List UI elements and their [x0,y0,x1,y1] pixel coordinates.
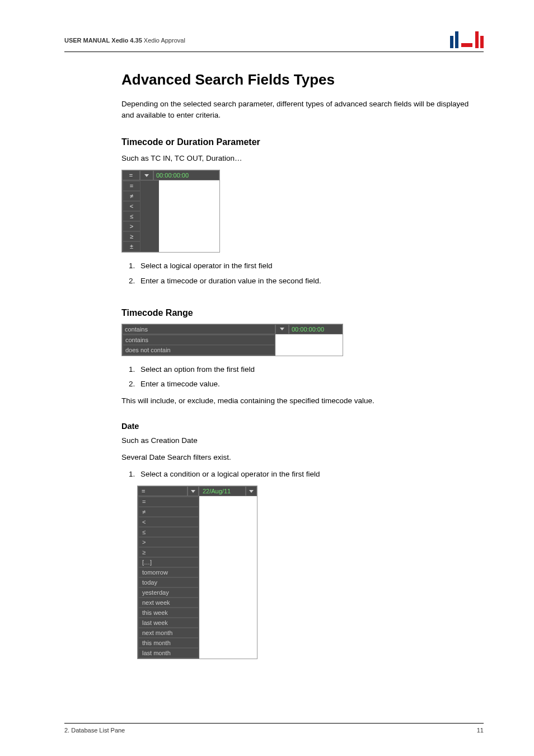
page-header: USER MANUAL Xedio 4.35 Xedio Approval [64,30,484,52]
date-option[interactable]: ≤ [138,527,199,537]
footer-section: 2. Database List Pane [64,727,125,734]
date-option[interactable]: ≥ [138,547,199,557]
chevron-down-icon [280,328,284,330]
range-dropdown-caret[interactable] [275,324,289,334]
list-item: Select a condition or a logical operator… [137,469,472,480]
svg-rect-1 [455,31,458,48]
operator-option[interactable]: < [123,201,140,211]
screenshot-timecode-range: contains 00:00:00:00 contains does not c… [121,324,343,356]
operator-option[interactable]: > [123,221,140,231]
chevron-down-icon [191,490,195,493]
date-option[interactable]: last month [138,648,199,658]
section-date-title: Date [121,422,472,431]
range-timecode-input[interactable]: 00:00:00:00 [289,324,343,334]
section3-lead2: Several Date Search filters exist. [121,452,472,463]
date-options-list: = ≠ < ≤ > ≥ […] tomorrow today yesterday… [138,497,199,658]
section2-steps: Select an option from the first field En… [121,364,472,390]
date-option[interactable]: yesterday [138,587,199,598]
operator-option[interactable]: ≥ [123,231,140,241]
operator-option[interactable]: ± [123,241,140,251]
list-item: Select a logical operator in the first f… [137,260,472,272]
date-option[interactable]: next week [138,598,199,608]
date-option[interactable]: today [138,577,199,587]
page-title: Advanced Search Fields Types [121,71,472,88]
page-footer: 2. Database List Pane 11 [64,723,484,734]
manual-label: USER MANUAL [64,37,110,44]
date-option[interactable]: > [138,537,199,547]
section3-lead1: Such as Creation Date [121,435,472,446]
chevron-down-icon [249,490,254,493]
section-timecode-range-title: Timecode Range [121,308,472,318]
list-item: Select an option from the first field [137,364,472,375]
svg-rect-3 [475,31,479,48]
evs-logo [450,30,484,48]
date-option[interactable]: this month [138,638,199,648]
date-option[interactable]: < [138,517,199,527]
operator-selected[interactable]: = [122,170,140,180]
date-option[interactable]: ≠ [138,507,199,517]
operator-option[interactable]: ≠ [123,191,140,201]
svg-rect-0 [450,36,453,48]
section3-steps: Select a condition or a logical operator… [121,469,472,480]
date-option[interactable]: last week [138,618,199,628]
operator-options-list: = ≠ < ≤ > ≥ ± [123,181,158,251]
intro-paragraph: Depending on the selected search paramet… [121,99,472,120]
timecode-input[interactable]: 00:00:00:00 [153,170,219,180]
footer-page-number: 11 [477,727,484,734]
date-picker-caret[interactable] [246,486,257,496]
section1-lead: Such as TC IN, TC OUT, Duration… [121,153,472,164]
range-option[interactable]: does not contain [123,345,275,355]
operator-option[interactable]: = [123,181,140,191]
section1-steps: Select a logical operator in the first f… [121,260,472,287]
list-item: Enter a timecode or duration value in th… [137,276,472,287]
operator-option[interactable]: ≤ [123,211,140,221]
list-item: Enter a timecode value. [137,379,472,390]
section2-closing: This will include, or exclude, media con… [121,395,472,407]
range-options-list: contains does not contain [123,335,275,355]
screenshot-timecode-operator: = 00:00:00:00 = ≠ < ≤ > ≥ ± [121,170,220,253]
date-option[interactable]: next month [138,628,199,638]
date-operator-selected[interactable]: = [138,486,188,496]
content-body: Advanced Search Fields Types Depending o… [64,71,484,659]
svg-rect-2 [461,43,472,47]
screenshot-date-operator: = 22/Aug/11 = ≠ < ≤ > ≥ […] tomorrow [137,486,257,659]
chevron-down-icon [144,174,149,177]
date-option[interactable]: this week [138,608,199,618]
date-operator-caret[interactable] [188,486,199,496]
date-input[interactable]: 22/Aug/11 [199,486,246,496]
module-name: Xedio Approval [144,37,185,44]
range-option[interactable]: contains [123,335,275,345]
header-breadcrumb: USER MANUAL Xedio 4.35 Xedio Approval [64,30,185,44]
product-name: Xedio 4.35 [111,37,142,44]
operator-dropdown-caret[interactable] [140,170,153,180]
range-selected[interactable]: contains [122,324,275,334]
section-timecode-duration-title: Timecode or Duration Parameter [121,137,472,147]
date-option[interactable]: […] [138,557,199,567]
date-option[interactable]: = [138,497,199,507]
date-option[interactable]: tomorrow [138,567,199,577]
svg-rect-4 [480,36,484,48]
